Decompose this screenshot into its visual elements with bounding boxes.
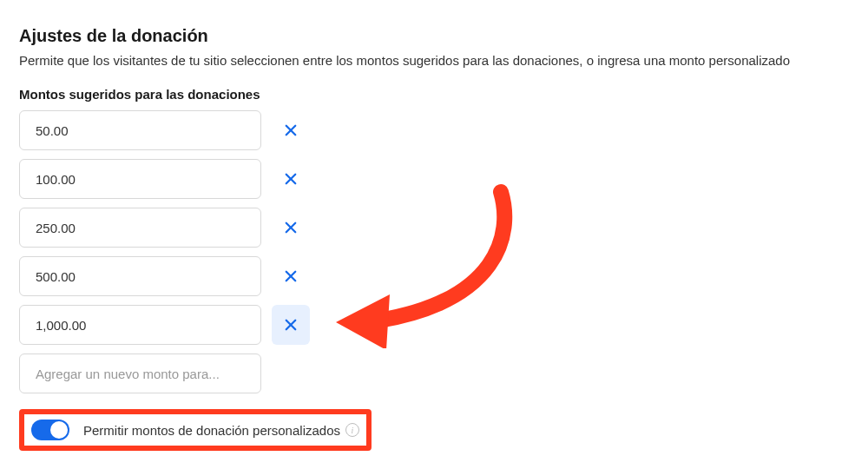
remove-amount-button[interactable] — [272, 110, 310, 150]
amount-input[interactable] — [19, 208, 261, 248]
amount-row — [19, 208, 849, 248]
close-icon — [283, 220, 299, 235]
section-description: Permite que los visitantes de tu sitio s… — [19, 53, 849, 68]
amount-row — [19, 256, 849, 296]
remove-amount-button[interactable] — [272, 305, 310, 345]
custom-amounts-toggle[interactable] — [31, 420, 69, 440]
info-icon[interactable]: i — [345, 423, 359, 437]
amount-row — [19, 305, 849, 345]
remove-amount-button[interactable] — [272, 256, 310, 296]
close-icon — [283, 268, 299, 284]
custom-amounts-toggle-row: Permitir montos de donación personalizad… — [19, 409, 372, 451]
amount-row — [19, 110, 849, 150]
close-icon — [283, 122, 299, 138]
amount-input[interactable] — [19, 110, 261, 150]
amount-row — [19, 159, 849, 199]
section-title: Ajustes de la donación — [19, 26, 849, 46]
suggested-amounts-list — [19, 110, 849, 393]
remove-amount-button[interactable] — [272, 159, 310, 199]
close-icon — [283, 171, 299, 187]
amount-input[interactable] — [19, 305, 261, 345]
custom-amounts-toggle-label: Permitir montos de donación personalizad… — [83, 423, 359, 438]
amount-input[interactable] — [19, 256, 261, 296]
remove-amount-button[interactable] — [272, 208, 310, 248]
add-amount-input[interactable] — [19, 354, 261, 393]
amount-row-add — [19, 354, 849, 393]
amount-input[interactable] — [19, 159, 261, 199]
toggle-knob — [50, 421, 68, 439]
suggested-amounts-label: Montos sugeridos para las donaciones — [19, 87, 849, 102]
close-icon — [283, 317, 299, 333]
